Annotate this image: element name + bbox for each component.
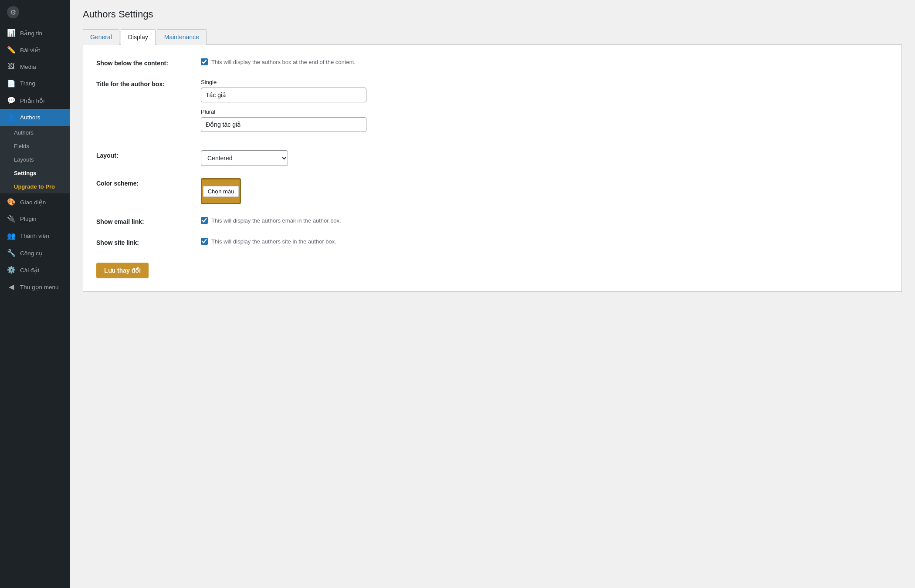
sidebar-item-label: Công cụ [20,250,43,257]
sidebar-item-collapse[interactable]: ◀ Thu gọn menu [0,278,70,295]
sidebar-authors-submenu: Authors Fields Layouts Settings Upgrade … [0,126,70,193]
page-title: Authors Settings [83,9,902,20]
plural-label: Plural [201,108,888,115]
main-content: Authors Settings General Display Mainten… [70,0,915,588]
sidebar-item-pages[interactable]: 📄 Trang [0,75,70,92]
show-below-checkbox[interactable] [201,58,208,65]
sidebar-item-tools[interactable]: 🔧 Công cụ [0,244,70,261]
pages-icon: 📄 [7,79,16,88]
layout-select[interactable]: Centered Left Right [201,150,288,166]
title-author-box-row: Title for the author box: Single Plural [96,79,888,138]
plural-input-group: Plural [201,108,888,132]
show-email-hint: This will display the authors email in t… [211,216,341,224]
settings-icon: ⚙️ [7,266,16,274]
show-below-content-row: Show below the content: This will displa… [96,58,888,67]
sidebar-item-label: Bảng tin [20,30,42,37]
save-button[interactable]: Lưu thay đổi [96,263,149,278]
media-icon: 🖼 [7,63,16,71]
color-swatch[interactable]: Chọn màu [201,178,241,204]
appearance-icon: 🎨 [7,198,16,206]
show-site-checkbox[interactable] [201,238,208,245]
title-author-box-control: Single Plural [201,79,888,138]
show-email-checkbox[interactable] [201,217,208,224]
show-email-link-row: Show email link: This will display the a… [96,216,888,225]
sidebar-item-users[interactable]: 👥 Thành viên [0,227,70,244]
single-input-group: Single [201,79,888,102]
show-email-link-label: Show email link: [96,216,201,225]
sidebar-item-comments[interactable]: 💬 Phản hồi [0,92,70,109]
show-below-content-label: Show below the content: [96,58,201,67]
plural-title-input[interactable] [201,117,366,132]
plugins-icon: 🔌 [7,215,16,223]
show-site-link-row: Show site link: This will display the au… [96,237,888,246]
sidebar-submenu-fields[interactable]: Fields [0,139,70,153]
show-site-link-label: Show site link: [96,237,201,246]
sidebar-item-posts[interactable]: ✏️ Bài viết [0,41,70,58]
wp-logo-icon: ⚙ [7,6,19,18]
layout-control: Centered Left Right [201,150,888,166]
content-area: Show below the content: This will displa… [83,45,902,292]
color-scheme-row: Color scheme: Chọn màu [96,178,888,204]
sidebar-item-dashboard[interactable]: 📊 Bảng tin [0,24,70,41]
sidebar-submenu-upgrade[interactable]: Upgrade to Pro [0,180,70,193]
sidebar-item-label: Phản hồi [20,97,44,104]
sidebar-item-label: Cài đặt [20,267,39,274]
users-icon: 👥 [7,232,16,240]
sidebar-item-label: Thu gọn menu [20,284,59,291]
sidebar: ⚙ 📊 Bảng tin ✏️ Bài viết 🖼 Media 📄 Trang… [0,0,70,588]
sidebar-item-label: Trang [20,80,35,87]
sidebar-item-label: Media [20,64,36,70]
single-label: Single [201,79,888,85]
sidebar-submenu-settings[interactable]: Settings [0,166,70,180]
sidebar-item-label: Bài viết [20,47,40,54]
show-below-content-control: This will display the authors box at the… [201,58,888,65]
show-below-hint: This will display the authors box at the… [211,58,356,65]
tabs-container: General Display Maintenance [83,29,902,45]
sidebar-submenu-authors[interactable]: Authors [0,126,70,139]
layout-label: Layout: [96,150,201,159]
color-scheme-label: Color scheme: [96,178,201,187]
show-email-link-control: This will display the authors email in t… [201,216,888,224]
sidebar-item-media[interactable]: 🖼 Media [0,58,70,75]
show-site-hint: This will display the authors site in th… [211,237,336,245]
tab-general[interactable]: General [83,29,119,45]
posts-icon: ✏️ [7,46,16,54]
sidebar-item-settings[interactable]: ⚙️ Cài đặt [0,261,70,278]
color-scheme-control: Chọn màu [201,178,888,204]
collapse-icon: ◀ [7,283,16,291]
sidebar-item-label: Authors [20,114,41,121]
sidebar-logo: ⚙ [0,0,70,24]
sidebar-item-plugins[interactable]: 🔌 Plugin [0,210,70,227]
single-title-input[interactable] [201,88,366,102]
show-site-link-control: This will display the authors site in th… [201,237,888,245]
color-picker-button[interactable]: Chọn màu [203,186,239,197]
layout-row: Layout: Centered Left Right [96,150,888,166]
comments-icon: 💬 [7,96,16,105]
sidebar-item-authors[interactable]: 👤 Authors [0,109,70,126]
dashboard-icon: 📊 [7,29,16,37]
tools-icon: 🔧 [7,249,16,257]
sidebar-item-label: Thành viên [20,233,49,239]
sidebar-item-label: Giao diện [20,199,46,206]
authors-icon: 👤 [7,113,16,122]
sidebar-item-appearance[interactable]: 🎨 Giao diện [0,193,70,210]
title-author-box-label: Title for the author box: [96,79,201,88]
tab-maintenance[interactable]: Maintenance [157,29,207,45]
sidebar-submenu-layouts[interactable]: Layouts [0,153,70,166]
sidebar-item-label: Plugin [20,216,37,222]
tab-display[interactable]: Display [121,29,156,45]
